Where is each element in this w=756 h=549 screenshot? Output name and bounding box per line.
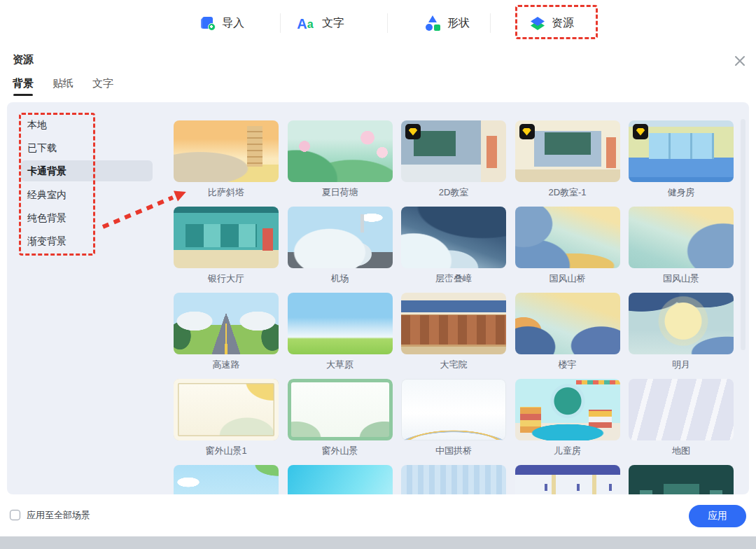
background-thumbnail[interactable] [174, 379, 279, 440]
shapes-icon [426, 15, 441, 31]
background-label: 国风山桥 [515, 273, 620, 284]
toolbar-item-shapes[interactable]: 形状 [426, 12, 470, 34]
background-label: 机场 [288, 273, 393, 284]
background-thumbnail[interactable] [515, 207, 620, 268]
background-label: 高速路 [174, 359, 279, 370]
background-label: 大宅院 [401, 359, 506, 370]
background-item[interactable]: 比萨斜塔 [174, 120, 279, 199]
background-item[interactable]: 窗外山景 [288, 379, 393, 457]
background-label: 地图 [629, 445, 734, 457]
background-thumbnail[interactable] [174, 207, 279, 268]
toolbar-item-text[interactable]: Aa 文字 [295, 12, 344, 34]
vip-badge-icon [519, 124, 535, 139]
background-label: 大草原 [288, 359, 393, 370]
background-thumbnail[interactable] [629, 379, 734, 440]
background-label: 2D教室-1 [515, 187, 620, 198]
apply-all-checkbox[interactable] [10, 510, 20, 520]
background-thumbnail[interactable] [401, 293, 506, 354]
background-item[interactable]: 窗外山景1 [174, 379, 279, 457]
background-item[interactable]: 楼宇 [515, 293, 620, 371]
background-label: 楼宇 [515, 359, 620, 370]
import-icon [200, 15, 216, 31]
background-thumbnail[interactable] [288, 293, 393, 354]
toolbar-item-resources[interactable]: 资源 [530, 12, 574, 34]
toolbar-item-import[interactable]: 导入 [200, 12, 244, 34]
toolbar-item-label: 资源 [552, 16, 574, 31]
background-thumbnail[interactable] [629, 293, 734, 354]
background-item[interactable]: 国风山桥 [515, 207, 620, 285]
background-item[interactable]: 儿童房 [515, 379, 620, 457]
sidebar-item-cartoon-background[interactable]: 卡通背景 [21, 160, 153, 181]
background-thumbnail[interactable] [629, 465, 734, 494]
background-thumbnail[interactable] [174, 293, 279, 354]
apply-button[interactable]: 应用 [689, 505, 746, 527]
background-thumbnail[interactable] [288, 465, 393, 494]
panel-footer: 应用至全部场景 应用 [0, 494, 756, 536]
background-thumbnail[interactable] [629, 207, 734, 268]
background-label: 窗外山景 [288, 445, 393, 457]
app-window: 导入 Aa 文字 形状 资源 资源 背景 贴纸 文字 本 [0, 0, 756, 549]
background-item[interactable]: 2D教室 [401, 120, 506, 199]
background-thumbnail[interactable] [515, 379, 620, 440]
background-item[interactable]: 夏日荷塘 [288, 120, 393, 199]
background-item[interactable]: 层峦叠嶂 [401, 207, 506, 285]
background-label: 2D教室 [401, 187, 506, 198]
background-thumbnail[interactable] [288, 120, 393, 182]
sidebar-item-classic-indoor[interactable]: 经典室内 [21, 184, 153, 205]
background-item[interactable]: 大草原 [288, 293, 393, 371]
background-grid: 比萨斜塔 夏日荷塘 2D教室 2D教室-1 健身房 银行大厅 机场 层峦叠嶂 国… [174, 120, 742, 494]
toolbar-item-label: 导入 [222, 16, 244, 31]
tab-background[interactable]: 背景 [13, 77, 34, 96]
background-thumbnail[interactable] [515, 293, 620, 354]
background-thumbnail[interactable] [174, 120, 279, 182]
background-item[interactable]: 国风山景 [629, 207, 734, 285]
background-item[interactable]: 大宅院 [401, 293, 506, 371]
resource-layers-icon [530, 15, 545, 31]
background-item[interactable] [515, 465, 620, 494]
sidebar-item-gradient-background[interactable]: 渐变背景 [21, 230, 153, 251]
background-thumbnail[interactable] [401, 120, 506, 182]
background-item[interactable] [401, 465, 506, 494]
vertical-scrollbar[interactable] [741, 119, 746, 350]
panel-content: 本地 已下载 卡通背景 经典室内 纯色背景 渐变背景 比萨斜塔 夏日荷塘 2D教… [7, 102, 749, 494]
background-thumbnail[interactable] [515, 465, 620, 494]
background-label: 健身房 [629, 187, 734, 198]
background-item[interactable] [629, 465, 734, 494]
background-item[interactable] [288, 465, 393, 494]
toolbar-item-label: 形状 [447, 16, 470, 31]
vip-badge-icon [405, 124, 421, 139]
background-thumbnail[interactable] [174, 465, 279, 494]
background-item[interactable]: 银行大厅 [174, 207, 279, 285]
sidebar-item-solid-background[interactable]: 纯色背景 [21, 207, 153, 228]
background-label: 窗外山景1 [174, 445, 279, 457]
background-item[interactable]: 地图 [629, 379, 734, 457]
background-label: 层峦叠嶂 [401, 273, 506, 284]
background-item[interactable]: 健身房 [629, 120, 734, 199]
background-thumbnail[interactable] [401, 207, 506, 268]
background-label: 比萨斜塔 [174, 187, 279, 198]
close-icon[interactable] [732, 53, 748, 69]
top-toolbar: 导入 Aa 文字 形状 资源 [0, 0, 756, 47]
sidebar-item-local[interactable]: 本地 [21, 114, 153, 135]
toolbar-divider [280, 13, 281, 33]
background-thumbnail[interactable] [629, 120, 734, 182]
background-thumbnail[interactable] [401, 465, 506, 494]
background-label: 儿童房 [515, 445, 620, 457]
toolbar-divider [490, 13, 491, 33]
tab-stickers[interactable]: 贴纸 [52, 77, 74, 96]
background-thumbnail[interactable] [515, 120, 620, 182]
background-item[interactable]: 2D教室-1 [515, 120, 620, 199]
sidebar-item-downloaded[interactable]: 已下载 [21, 137, 153, 158]
background-item[interactable] [174, 465, 279, 494]
tab-text[interactable]: 文字 [92, 77, 113, 96]
background-thumbnail[interactable] [288, 207, 393, 268]
background-thumbnail[interactable] [401, 379, 506, 440]
background-label: 银行大厅 [174, 273, 279, 284]
background-thumbnail[interactable] [288, 379, 393, 440]
background-item[interactable]: 高速路 [174, 293, 279, 371]
panel-title: 资源 [13, 53, 34, 67]
background-item[interactable]: 机场 [288, 207, 393, 285]
panel-tabs: 背景 贴纸 文字 [13, 77, 113, 96]
background-item[interactable]: 明月 [629, 293, 734, 371]
background-item[interactable]: 中国拱桥 [401, 379, 506, 457]
